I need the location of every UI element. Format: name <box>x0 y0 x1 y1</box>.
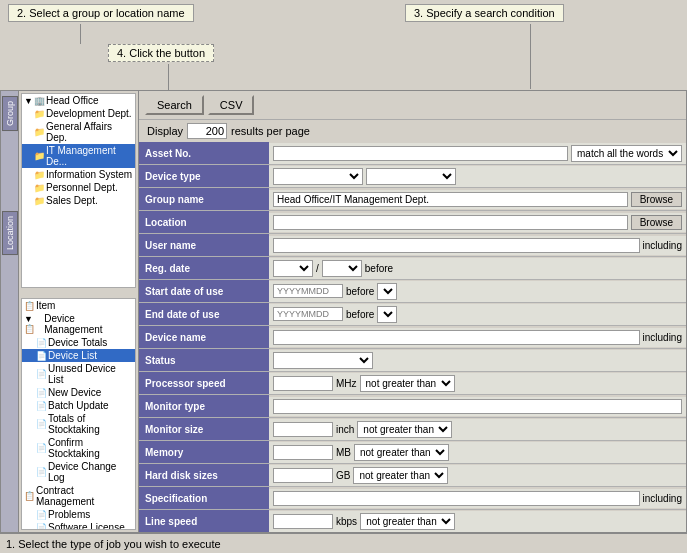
display-row: Display results per page <box>139 120 686 142</box>
tree-item-ga[interactable]: 📁 General Affairs Dep. <box>22 120 135 144</box>
hdd-input[interactable] <box>273 468 333 483</box>
annotation-specify-search: 3. Specify a search condition <box>405 4 564 22</box>
tree-item-device-mgmt[interactable]: ▼📋 Device Management <box>22 312 135 336</box>
device-type-select2[interactable] <box>366 168 456 185</box>
hdd-compare-select[interactable]: not greater than not less than <box>353 467 448 484</box>
processor-unit-label: MHz <box>336 378 357 389</box>
memory-compare-select[interactable]: not greater than not less than <box>354 444 449 461</box>
group-tab[interactable]: Group <box>2 96 18 131</box>
status-select[interactable] <box>273 352 373 369</box>
annotation-select-group: 2. Select a group or location name <box>8 4 194 22</box>
end-date-input[interactable] <box>273 307 343 321</box>
tree-item-new-device[interactable]: 📄 New Device <box>22 386 135 399</box>
group-name-input[interactable] <box>273 192 628 207</box>
user-name-input[interactable] <box>273 238 640 253</box>
location-browse-button[interactable]: Browse <box>631 215 682 230</box>
tree-item-personnel[interactable]: 📁 Personnel Dept. <box>22 181 135 194</box>
monitor-type-input[interactable] <box>273 399 682 414</box>
processor-compare-select[interactable]: not greater than not less than <box>360 375 455 392</box>
form-row-hdd: Hard disk sizes GB not greater than not … <box>139 464 686 487</box>
form-row-monitor-type: Monitor type <box>139 395 686 418</box>
tree-item-contract[interactable]: 📋 Contract Management <box>22 484 135 508</box>
start-date-input[interactable] <box>273 284 343 298</box>
search-form: Asset No. match all the words match any … <box>139 142 686 532</box>
hdd-unit-label: GB <box>336 470 350 481</box>
monitor-size-input[interactable] <box>273 422 333 437</box>
tree-item-unused[interactable]: 📄 Unused Device List <box>22 362 135 386</box>
reg-date-before-label: before <box>365 263 393 274</box>
form-row-user-name: User name including <box>139 234 686 257</box>
form-row-monitor-size: Monitor size inch not greater than not l… <box>139 418 686 441</box>
end-date-select[interactable] <box>377 306 397 323</box>
device-type-select1[interactable] <box>273 168 363 185</box>
group-name-browse-button[interactable]: Browse <box>631 192 682 207</box>
form-row-memory: Memory MB not greater than not less than <box>139 441 686 464</box>
line-speed-unit-label: kbps <box>336 516 357 527</box>
form-row-group-name: Group name Browse <box>139 188 686 211</box>
tree-item-dev[interactable]: 📁 Development Dept. <box>22 107 135 120</box>
tree-item-sw-license[interactable]: 📄 Software License <box>22 521 135 530</box>
tree-item-it[interactable]: 📁 IT Management De... <box>22 144 135 168</box>
tree-item-totals-stock[interactable]: 📄 Totals of Stocktaking <box>22 412 135 436</box>
annotation-click-button: 4. Click the button <box>108 44 214 62</box>
location-tab[interactable]: Location <box>2 211 18 255</box>
toolbar: Search CSV <box>139 91 686 120</box>
tree-item-info[interactable]: 📁 Information System <box>22 168 135 181</box>
monitor-size-unit-label: inch <box>336 424 354 435</box>
specification-input[interactable] <box>273 491 640 506</box>
reg-date-select2[interactable] <box>322 260 362 277</box>
tree-item-item[interactable]: 📋 Item <box>22 299 135 312</box>
search-button[interactable]: Search <box>145 95 204 115</box>
end-date-before-label: before <box>346 309 374 320</box>
tree-item-sales[interactable]: 📁 Sales Dept. <box>22 194 135 207</box>
location-input[interactable] <box>273 215 628 230</box>
tree-item-device-totals[interactable]: 📄 Device Totals <box>22 336 135 349</box>
tree-item-device-change[interactable]: 📄 Device Change Log <box>22 460 135 484</box>
memory-unit-label: MB <box>336 447 351 458</box>
form-row-specification: Specification including <box>139 487 686 510</box>
line-speed-compare-select[interactable]: not greater than not less than <box>360 513 455 530</box>
form-row-location: Location Browse <box>139 211 686 234</box>
form-row-start-date: Start date of use before <box>139 280 686 303</box>
form-row-processor: Processor speed MHz not greater than not… <box>139 372 686 395</box>
form-row-device-name: Device name including <box>139 326 686 349</box>
csv-button[interactable]: CSV <box>208 95 255 115</box>
specification-including-label: including <box>643 493 682 504</box>
start-date-before-label: before <box>346 286 374 297</box>
form-row-end-date: End date of use before <box>139 303 686 326</box>
form-row-asset-no: Asset No. match all the words match any … <box>139 142 686 165</box>
tree-item-device-list[interactable]: 📄 Device List <box>22 349 135 362</box>
tree-item-headoffice[interactable]: ▼ 🏢 Head Office <box>22 94 135 107</box>
tree-item-problems[interactable]: 📄 Problems <box>22 508 135 521</box>
processor-input[interactable] <box>273 376 333 391</box>
status-bar: 1. Select the type of job you wish to ex… <box>0 533 687 553</box>
user-name-including-label: including <box>643 240 682 251</box>
form-row-reg-date: Reg. date / before <box>139 257 686 280</box>
start-date-select[interactable] <box>377 283 397 300</box>
asset-no-input[interactable] <box>273 146 568 161</box>
asset-no-match-select[interactable]: match all the words match any word exact… <box>571 145 682 162</box>
outer-wrapper: 2. Select a group or location name 3. Sp… <box>0 0 687 553</box>
tree-item-batch[interactable]: 📄 Batch Update <box>22 399 135 412</box>
memory-input[interactable] <box>273 445 333 460</box>
form-row-device-type: Device type <box>139 165 686 188</box>
form-row-status: Status <box>139 349 686 372</box>
line-speed-input[interactable] <box>273 514 333 529</box>
tree-item-confirm-stock[interactable]: 📄 Confirm Stocktaking <box>22 436 135 460</box>
device-name-input[interactable] <box>273 330 640 345</box>
monitor-size-compare-select[interactable]: not greater than not less than <box>357 421 452 438</box>
device-name-including-label: including <box>643 332 682 343</box>
results-per-page-input[interactable] <box>187 123 227 139</box>
reg-date-select1[interactable] <box>273 260 313 277</box>
form-row-line-speed: Line speed kbps not greater than not les… <box>139 510 686 532</box>
